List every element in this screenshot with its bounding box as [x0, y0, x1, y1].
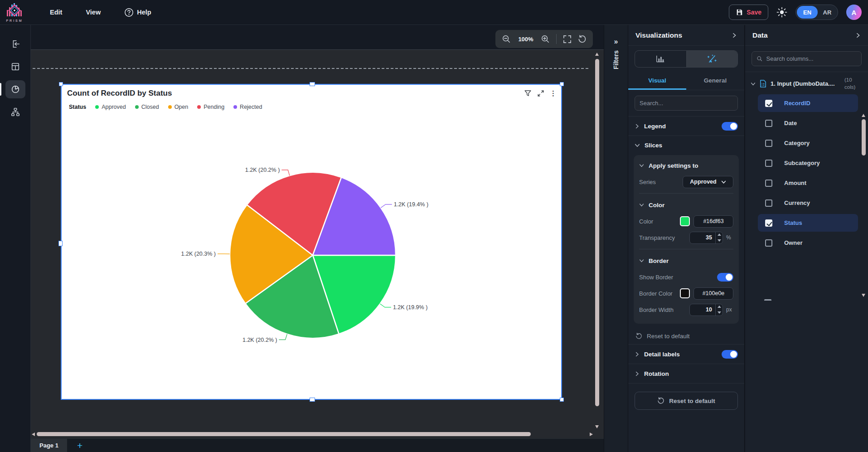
- section-slices[interactable]: Slices: [628, 136, 744, 154]
- scroll-right-arrow[interactable]: [590, 433, 593, 436]
- column-row-recordid[interactable]: RecordID: [758, 94, 858, 112]
- menu-view[interactable]: View: [86, 9, 101, 16]
- rail-layout-button[interactable]: [5, 58, 25, 76]
- transparency-increment[interactable]: [716, 232, 723, 238]
- canvas-horizontal-scrollbar[interactable]: [31, 432, 594, 437]
- left-rail: [0, 25, 31, 452]
- column-row-currency[interactable]: Currency: [758, 194, 858, 212]
- section-detail-labels[interactable]: Detail labels: [628, 345, 744, 364]
- column-row-status[interactable]: Status: [758, 214, 858, 232]
- visual-settings-search-input[interactable]: [640, 100, 733, 107]
- resize-handle-bottom-right[interactable]: [560, 398, 564, 402]
- rail-flow-button[interactable]: [5, 103, 25, 121]
- checkbox-icon[interactable]: [765, 199, 772, 207]
- slice-color-hex-input[interactable]: [693, 215, 733, 228]
- visual-settings-search[interactable]: [635, 96, 738, 111]
- vertical-scroll-thumb[interactable]: [595, 59, 599, 406]
- dataset-cols-badge: (10 cols): [844, 77, 863, 91]
- lang-ar-button[interactable]: AR: [818, 9, 837, 16]
- section-rotation[interactable]: Rotation: [628, 364, 744, 383]
- column-row-owner[interactable]: Owner: [758, 234, 858, 252]
- chart-type-bar-button[interactable]: [635, 51, 686, 67]
- rail-collapse-button[interactable]: [5, 35, 25, 53]
- tab-visual[interactable]: Visual: [628, 72, 686, 90]
- transparency-decrement[interactable]: [716, 238, 723, 243]
- scroll-down-arrow[interactable]: [862, 294, 865, 297]
- fullscreen-button[interactable]: [563, 35, 572, 44]
- canvas-vertical-scrollbar[interactable]: [595, 53, 599, 428]
- data-panel-scrollbar[interactable]: [862, 114, 866, 297]
- menu-edit[interactable]: Edit: [50, 9, 62, 16]
- checkbox-icon[interactable]: [765, 160, 772, 167]
- data-panel: Data 1. Input (DumboData.... (10 cols): [745, 25, 868, 452]
- pie-chart-widget[interactable]: Count of RecordID by Status: [61, 84, 562, 400]
- reset-to-default-button[interactable]: Reset to default: [635, 392, 738, 410]
- checkbox-icon[interactable]: [765, 239, 772, 247]
- data-search[interactable]: [752, 51, 862, 66]
- report-canvas[interactable]: Count of RecordID by Status: [31, 50, 604, 452]
- resize-handle-top-right[interactable]: [560, 82, 564, 86]
- reset-view-button[interactable]: [578, 35, 587, 44]
- collapse-data-icon[interactable]: [855, 33, 861, 38]
- column-row-subcategory[interactable]: Subcategory: [758, 154, 858, 172]
- collapse-visualizations-icon[interactable]: [732, 33, 737, 38]
- border-width-increment[interactable]: [716, 304, 723, 310]
- prism-logo[interactable]: PRISM: [3, 3, 26, 22]
- data-search-input[interactable]: [766, 55, 857, 62]
- slices-reset-link[interactable]: Reset to default: [628, 328, 744, 344]
- top-bar: PRISM Edit View Help Save: [0, 0, 868, 25]
- smart-formatting-button[interactable]: [686, 51, 738, 67]
- series-dropdown[interactable]: Approved: [683, 176, 733, 188]
- column-row-category[interactable]: Category: [758, 134, 858, 152]
- legend-toggle[interactable]: [722, 122, 738, 131]
- scroll-up-arrow[interactable]: [862, 114, 865, 117]
- pie-chart: 1.2K (19.9% )1.2K (20.2% )1.2K (20.3% )1…: [62, 85, 563, 401]
- checkbox-checked-icon[interactable]: [765, 219, 772, 227]
- checkbox-checked-icon[interactable]: [765, 100, 772, 107]
- lang-en-button[interactable]: EN: [797, 6, 818, 19]
- slice-color-swatch[interactable]: [680, 216, 690, 226]
- horizontal-scroll-thumb[interactable]: [37, 432, 531, 436]
- save-icon: [736, 9, 743, 16]
- scroll-down-arrow[interactable]: [595, 425, 599, 428]
- resize-handle-bottom[interactable]: [310, 398, 315, 402]
- avatar[interactable]: A: [846, 5, 862, 20]
- transparency-input[interactable]: 35: [689, 232, 723, 244]
- section-legend[interactable]: Legend: [628, 117, 744, 136]
- visualizations-title: Visualizations: [635, 31, 682, 39]
- chevron-right-icon: [635, 352, 640, 357]
- apply-settings-header[interactable]: Apply settings to: [639, 158, 733, 173]
- tab-general[interactable]: General: [686, 72, 744, 90]
- save-button[interactable]: Save: [729, 5, 768, 20]
- color-section-header[interactable]: Color: [639, 197, 733, 213]
- theme-toggle-sun-icon[interactable]: [776, 7, 787, 18]
- resize-handle-left[interactable]: [58, 241, 63, 246]
- zoom-out-button[interactable]: [502, 34, 511, 44]
- resize-handle-top-left[interactable]: [59, 82, 63, 86]
- scroll-up-arrow[interactable]: [595, 53, 599, 56]
- dataset-row[interactable]: 1. Input (DumboData.... (10 cols): [745, 72, 868, 94]
- column-row-date[interactable]: Date: [758, 114, 858, 132]
- border-color-swatch[interactable]: [680, 288, 690, 298]
- filters-label[interactable]: Filters: [612, 50, 620, 69]
- detail-labels-toggle[interactable]: [722, 350, 738, 359]
- add-page-button[interactable]: +: [77, 441, 82, 450]
- data-scroll-thumb[interactable]: [862, 119, 866, 156]
- chevron-down-icon: [639, 258, 644, 263]
- menu-help[interactable]: Help: [124, 8, 151, 17]
- rail-charts-button[interactable]: [5, 80, 25, 98]
- border-color-hex-input[interactable]: [693, 287, 733, 300]
- border-width-input[interactable]: 10: [689, 304, 723, 316]
- checkbox-icon[interactable]: [765, 120, 772, 127]
- page-tab-1[interactable]: Page 1: [31, 439, 67, 452]
- border-section-header[interactable]: Border: [639, 253, 733, 268]
- scroll-left-arrow[interactable]: [32, 433, 35, 436]
- checkbox-icon[interactable]: [765, 140, 772, 147]
- show-border-toggle[interactable]: [717, 273, 733, 282]
- resize-handle-top[interactable]: [310, 82, 315, 86]
- border-width-decrement[interactable]: [716, 310, 723, 316]
- filters-expand-icon[interactable]: »: [614, 38, 618, 46]
- checkbox-icon[interactable]: [765, 180, 772, 187]
- column-row-amount[interactable]: Amount: [758, 174, 858, 192]
- zoom-in-button[interactable]: [541, 34, 550, 44]
